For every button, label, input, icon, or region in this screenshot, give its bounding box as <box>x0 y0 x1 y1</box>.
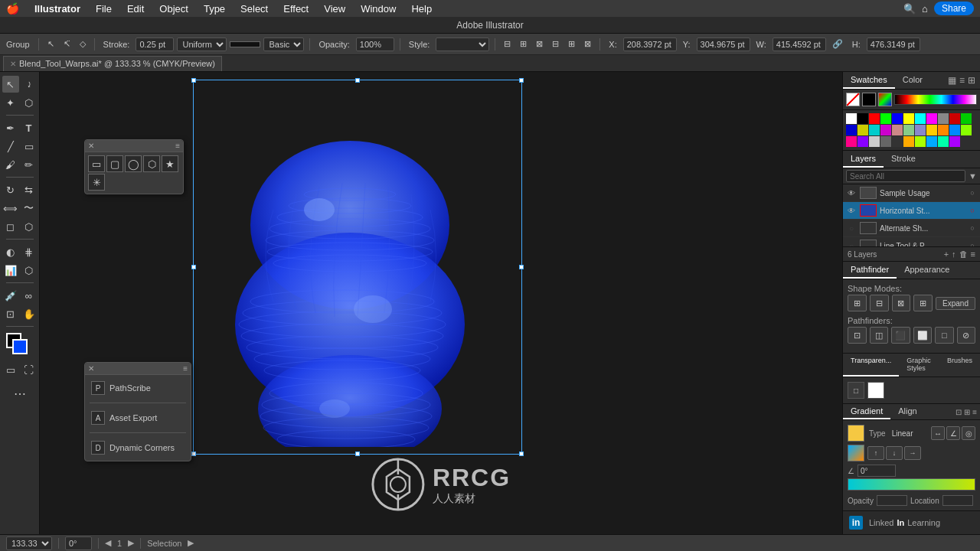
ellipse-button[interactable]: ◯ <box>125 155 142 172</box>
doc-close-icon[interactable]: ✕ <box>10 60 16 68</box>
swatch-13[interactable] <box>869 125 880 135</box>
swatch-3[interactable] <box>880 113 891 124</box>
gradient-radial-btn[interactable]: ◎ <box>962 426 975 440</box>
fullscreen-button[interactable]: ⛶ <box>21 361 38 378</box>
blend-tool-button[interactable]: ∞ <box>21 287 38 304</box>
minus-back-button[interactable]: ⊘ <box>957 327 976 344</box>
gradient-tool-button[interactable]: ◐ <box>2 243 19 260</box>
layer-lock-3[interactable]: ○ <box>968 241 977 246</box>
layer-vis-1[interactable]: 👁 <box>846 205 857 216</box>
shape-panel-close[interactable]: ✕ <box>88 142 94 150</box>
swatch-23[interactable] <box>858 136 868 147</box>
layers-add-icon[interactable]: + <box>944 249 949 259</box>
exclude-button[interactable]: ⊞ <box>913 295 933 311</box>
selection-tool-button[interactable]: ↖ <box>2 76 19 93</box>
pencil-tool-button[interactable]: ✏ <box>21 156 38 173</box>
swatch-27[interactable] <box>903 136 914 147</box>
more-tools-button[interactable]: ⋯ <box>11 385 28 402</box>
rounded-rect-button[interactable]: ▢ <box>106 155 123 172</box>
tab-layers[interactable]: Layers <box>843 151 884 168</box>
align-bottom-icon[interactable]: ⊠ <box>581 37 594 51</box>
swatch-24[interactable] <box>869 136 880 147</box>
unite-button[interactable]: ⊞ <box>848 295 867 311</box>
swatch-22[interactable] <box>846 136 857 147</box>
tab-swatches[interactable]: Swatches <box>843 72 895 89</box>
fill-color-box[interactable] <box>12 339 28 354</box>
swatch-26[interactable] <box>892 136 903 147</box>
h-input[interactable] <box>867 37 920 51</box>
mesh-tool-button[interactable]: ⋕ <box>21 243 38 260</box>
tab-graphic-styles[interactable]: Graphic Styles <box>899 354 939 377</box>
pen-tool-button[interactable]: ✒ <box>2 119 19 136</box>
align-mid-icon[interactable]: ⊞ <box>565 37 578 51</box>
menu-view[interactable]: View <box>321 2 348 16</box>
selection-handle-mid-left[interactable] <box>191 265 196 269</box>
artboard-tool-button[interactable]: ⊡ <box>2 305 19 322</box>
y-input[interactable] <box>697 37 750 51</box>
tab-stroke[interactable]: Stroke <box>884 151 923 168</box>
swatch-6[interactable] <box>915 113 926 124</box>
selection-handle-bottom-mid[interactable] <box>355 452 360 456</box>
swatch-9[interactable] <box>949 113 960 124</box>
merge-button[interactable]: ⬛ <box>891 327 910 344</box>
swatches-grid-icon[interactable]: ▦ <box>948 75 956 86</box>
no-color-swatch[interactable] <box>846 93 860 106</box>
stroke-gradient-3[interactable]: → <box>904 446 921 460</box>
tab-gradient[interactable]: Gradient <box>843 404 890 419</box>
selection-handle-bottom-right[interactable] <box>519 452 524 456</box>
menu-edit[interactable]: Edit <box>124 2 147 16</box>
stroke-gradient-1[interactable]: ↑ <box>867 446 884 460</box>
paintbrush-tool-button[interactable]: 🖌 <box>2 156 19 173</box>
slice-tool-button[interactable]: ⬡ <box>21 262 38 279</box>
shape-builder-button[interactable]: ⬡ <box>21 218 38 235</box>
gradient-swatch[interactable] <box>848 425 864 442</box>
layer-item-3[interactable]: ○ Line Tool & P... ○ <box>843 237 980 246</box>
layer-item-1[interactable]: 👁 Horizontal St... ○ <box>843 202 980 220</box>
rotate-tool-button[interactable]: ↻ <box>2 181 19 198</box>
swatch-17[interactable] <box>915 125 926 135</box>
layer-lock-0[interactable]: ○ <box>968 188 977 197</box>
tab-transparency[interactable]: Transparen... <box>843 354 899 377</box>
type-tool-button[interactable]: T <box>21 119 38 136</box>
gradient-opacity-input[interactable] <box>877 495 907 506</box>
rotation-input[interactable] <box>65 536 92 550</box>
menu-effect[interactable]: Effect <box>280 2 312 16</box>
x-input[interactable] <box>623 37 677 51</box>
align-right-icon[interactable]: ⊠ <box>533 37 546 51</box>
align-top-icon[interactable]: ⊟ <box>549 37 562 51</box>
eyedropper-tool-button[interactable]: 💉 <box>2 287 19 304</box>
pathscribe-item-2[interactable]: A Asset Export <box>90 409 186 426</box>
layer-vis-0[interactable]: 👁 <box>846 187 857 198</box>
gradient-angle-btn[interactable]: ∠ <box>946 426 960 440</box>
swatch-28[interactable] <box>915 136 926 147</box>
layer-item-2[interactable]: ○ Alternate Sh... ○ <box>843 220 980 237</box>
gradient-location-input[interactable] <box>942 495 973 506</box>
w-input[interactable] <box>773 37 826 51</box>
selection-handle-top-left[interactable] <box>191 78 196 83</box>
tab-appearance[interactable]: Appearance <box>897 262 957 279</box>
divide-button[interactable]: ⊡ <box>848 327 867 344</box>
swatch-18[interactable] <box>926 125 937 135</box>
lasso-tool-button[interactable]: ⬡ <box>21 94 38 111</box>
stroke-gradient-2[interactable]: ↓ <box>886 446 903 460</box>
align-left-icon[interactable]: ⊟ <box>501 37 514 51</box>
trans-btn-2[interactable] <box>867 382 884 399</box>
tab-align[interactable]: Align <box>890 404 924 419</box>
layers-delete-icon[interactable]: 🗑 <box>959 249 968 259</box>
menu-help[interactable]: Help <box>408 2 435 16</box>
layers-search-input[interactable] <box>846 170 965 182</box>
warp-tool-button[interactable]: 〜 <box>21 200 38 217</box>
swatch-5[interactable] <box>903 113 914 124</box>
color-ramp[interactable] <box>894 94 977 105</box>
anchor-icon[interactable]: ◇ <box>77 37 89 51</box>
swatch-21[interactable] <box>961 125 972 135</box>
swatch-29[interactable] <box>926 136 937 147</box>
swatch-2[interactable] <box>869 113 880 124</box>
star-button[interactable]: ★ <box>162 155 178 172</box>
hand-tool-button[interactable]: ✋ <box>21 305 38 322</box>
expand-button[interactable]: Expand <box>936 297 975 310</box>
pathscribe-close[interactable]: ✕ <box>88 364 94 373</box>
swatches-tile-icon[interactable]: ⊞ <box>968 75 975 86</box>
screen-mode-button[interactable]: ▭ <box>2 361 19 378</box>
opacity-input[interactable] <box>356 37 394 51</box>
